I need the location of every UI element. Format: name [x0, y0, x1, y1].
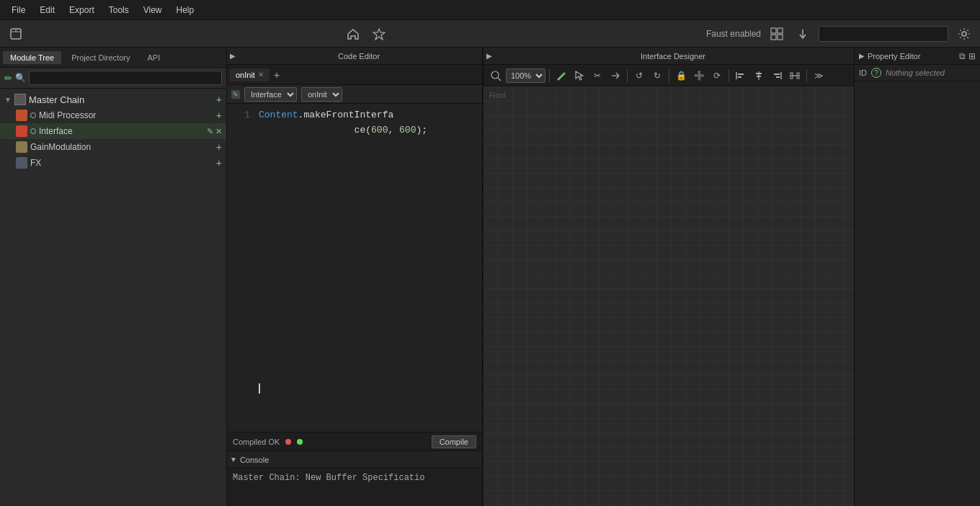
menu-tools[interactable]: Tools — [103, 4, 135, 17]
new-window-button[interactable] — [6, 24, 26, 44]
lock-button[interactable]: 🔒 — [673, 68, 689, 84]
code-selectors: ✎ Interface onInit — [227, 85, 482, 104]
center-panel: ▶ Code Editor onInit ✕ + ✎ Interface — [227, 48, 483, 506]
more-tools-button[interactable]: ≫ — [811, 68, 827, 84]
svg-point-10 — [491, 71, 499, 79]
toolbar-search-input[interactable] — [819, 26, 948, 42]
property-paste-button[interactable]: ⊞ — [968, 51, 976, 61]
menu-help[interactable]: Help — [171, 4, 200, 17]
add-to-chain-button[interactable]: + — [216, 94, 222, 105]
draw-tool-button[interactable] — [553, 68, 569, 84]
settings-button[interactable] — [954, 24, 974, 44]
cut-tool-button[interactable]: ✂ — [589, 68, 605, 84]
interface-actions: ✎ ✕ — [207, 127, 222, 136]
tab-api[interactable]: API — [140, 51, 167, 64]
interface-designer-header: ▶ Interface Designer — [484, 48, 854, 65]
tree-item-midi-processor[interactable]: Midi Processor + — [0, 107, 226, 123]
arrow-tool-button[interactable] — [607, 68, 623, 84]
file-selector[interactable]: Interface — [244, 87, 297, 102]
compiled-status: Compiled OK — [233, 438, 280, 446]
code-tab-oninit[interactable]: onInit ✕ — [230, 68, 270, 81]
menu-file[interactable]: File — [6, 4, 31, 17]
add-midi-processor-button[interactable]: + — [216, 110, 222, 121]
svg-rect-15 — [738, 74, 744, 75]
property-help-icon[interactable]: ? — [871, 68, 881, 78]
svg-line-11 — [498, 78, 501, 81]
svg-rect-19 — [757, 76, 761, 77]
code-editor: ▶ Code Editor onInit ✕ + ✎ Interface — [227, 48, 482, 451]
interface-edit-button[interactable]: ✎ — [207, 127, 213, 136]
left-tabs: Module Tree Project Directory API — [0, 48, 226, 68]
zoom-fit-button[interactable] — [488, 68, 504, 84]
menu-export[interactable]: Export — [63, 4, 100, 17]
scope-selector[interactable]: onInit — [301, 87, 342, 102]
grid-button[interactable] — [767, 24, 787, 44]
console-collapse-icon[interactable]: ▼ — [230, 456, 237, 463]
add-gain-mod-button[interactable]: + — [216, 141, 222, 153]
text-cursor — [259, 383, 260, 394]
property-copy-button[interactable]: ⧉ — [959, 51, 966, 61]
arrow-down-button[interactable] — [793, 24, 813, 44]
line-number-1: 1 — [233, 108, 250, 138]
svg-rect-7 — [778, 35, 783, 40]
pointer-tool-button[interactable] — [571, 68, 587, 84]
cursor-line-num — [233, 383, 250, 394]
canvas-root-label: Root — [489, 91, 506, 99]
interface-label: Interface — [39, 126, 204, 136]
interface-designer-title: Interface Designer — [495, 52, 851, 61]
chain-icon — [14, 94, 26, 105]
designer-collapse-icon[interactable]: ▶ — [486, 52, 492, 60]
tab-project-directory[interactable]: Project Directory — [64, 51, 137, 64]
master-chain-label: Master Chain — [29, 94, 213, 105]
add-fx-button[interactable]: + — [216, 157, 222, 169]
align-left-button[interactable] — [733, 68, 749, 84]
nothing-selected-label: Nothing selected — [886, 68, 976, 77]
toolbar-separator-3 — [669, 69, 669, 82]
svg-rect-22 — [776, 76, 780, 78]
midi-processor-label: Midi Processor — [39, 110, 213, 120]
property-collapse-icon[interactable]: ▶ — [859, 52, 865, 60]
tree-root-master-chain[interactable]: ▼ Master Chain + — [0, 92, 226, 107]
interface-color-box — [16, 125, 27, 137]
interface-delete-button[interactable]: ✕ — [215, 127, 222, 136]
code-content[interactable]: 1 Content.makeFrontInterfa ce(600, 600); — [227, 104, 482, 432]
code-statusbar: Compiled OK Compile — [227, 432, 482, 450]
menu-view[interactable]: View — [138, 4, 168, 17]
code-text-1: Content.makeFrontInterfa ce(600, 600); — [259, 108, 427, 138]
undo-button[interactable]: ↺ — [631, 68, 647, 84]
redo-button[interactable]: ↻ — [649, 68, 665, 84]
toolbar-separator-1 — [549, 69, 550, 82]
align-right-button[interactable] — [769, 68, 785, 84]
plus-tool-button[interactable]: ➕ — [691, 68, 707, 84]
distribute-button[interactable] — [787, 68, 803, 84]
tree-item-interface[interactable]: Interface ✎ ✕ — [0, 123, 226, 139]
designer-canvas[interactable]: Root — [484, 86, 854, 506]
left-search: ✏ 🔍 — [0, 68, 226, 89]
property-id-label: ID — [859, 68, 867, 77]
align-center-button[interactable] — [751, 68, 767, 84]
code-editor-collapse-icon[interactable]: ▶ — [230, 52, 236, 60]
code-cursor-line — [227, 138, 482, 394]
pencil-icon[interactable]: ✏ — [4, 73, 12, 84]
star-button[interactable] — [369, 24, 389, 44]
code-tab-close-button[interactable]: ✕ — [258, 71, 264, 79]
svg-rect-4 — [771, 28, 776, 33]
tree-item-fx[interactable]: FX + — [0, 155, 226, 171]
toolbar-separator-4 — [729, 69, 729, 82]
tree-search-input[interactable] — [29, 71, 222, 85]
console-header: ▼ Console — [227, 451, 482, 469]
zoom-select[interactable]: 100% — [506, 68, 545, 83]
menubar: File Edit Export Tools View Help — [0, 0, 980, 20]
right-section: ▶ Interface Designer 100% — [483, 48, 980, 506]
svg-rect-6 — [771, 35, 776, 40]
home-button[interactable] — [343, 24, 363, 44]
compile-button[interactable]: Compile — [432, 435, 476, 448]
code-line-1: 1 Content.makeFrontInterfa ce(600, 600); — [227, 108, 482, 138]
add-code-tab-button[interactable]: + — [274, 69, 280, 81]
tree-item-gain-modulation[interactable]: GainModulation + — [0, 139, 226, 155]
midi-processor-dot — [30, 112, 36, 118]
search-icon[interactable]: 🔍 — [15, 73, 26, 83]
tab-module-tree[interactable]: Module Tree — [3, 51, 61, 64]
menu-edit[interactable]: Edit — [34, 4, 61, 17]
loop-tool-button[interactable]: ⟳ — [709, 68, 725, 84]
